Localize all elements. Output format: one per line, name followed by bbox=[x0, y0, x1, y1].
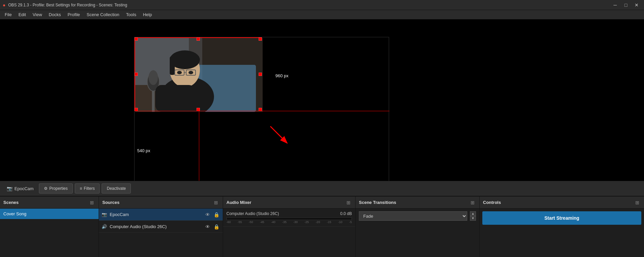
audio-channel-name: Computer Audio (Studio 26C) bbox=[226, 211, 279, 216]
sources-panel-title: Sources bbox=[102, 200, 119, 205]
audio-mixer-panel: Audio Mixer ⊞ Computer Audio (Studio 26C… bbox=[223, 197, 356, 257]
canvas-preview: 960 px 540 px bbox=[134, 37, 389, 181]
scenes-panel-title: Scenes bbox=[3, 200, 19, 205]
scene-transitions-title: Scene Transitions bbox=[359, 200, 396, 205]
menu-edit[interactable]: Edit bbox=[15, 11, 29, 18]
deactivate-button[interactable]: Deactivate bbox=[102, 183, 131, 194]
controls-header: Controls ⊞ bbox=[480, 197, 644, 209]
transition-increment-button[interactable]: ▲ bbox=[470, 211, 476, 216]
minimize-button[interactable]: ─ bbox=[610, 2, 620, 8]
scenes-panel-header: Scenes ⊞ bbox=[0, 197, 99, 209]
source-name-epoccam: EpocCam bbox=[110, 212, 201, 217]
menu-docks[interactable]: Docks bbox=[45, 11, 64, 18]
titlebar-left: ● OBS 29.1.3 - Profile: Best Settings fo… bbox=[3, 2, 127, 8]
svg-rect-8 bbox=[170, 56, 175, 75]
menu-profile[interactable]: Profile bbox=[64, 11, 83, 18]
controls-panel: Controls ⊞ Start Streaming bbox=[480, 197, 644, 257]
scenes-panel-collapse[interactable]: ⊞ bbox=[89, 199, 95, 206]
source-name-computer-audio: Computer Audio (Studio 26C) bbox=[110, 224, 201, 229]
audio-mixer-collapse[interactable]: ⊞ bbox=[345, 199, 352, 206]
scene-transitions-content: Fade Cut Swipe Slide Stinger Luma Wipe ▲… bbox=[356, 209, 479, 257]
vertical-guide bbox=[199, 111, 199, 181]
menu-help[interactable]: Help bbox=[140, 11, 155, 18]
handle-mr[interactable] bbox=[259, 73, 262, 76]
transition-dropdown[interactable]: Fade Cut Swipe Slide Stinger Luma Wipe bbox=[359, 211, 467, 221]
svg-point-16 bbox=[149, 70, 158, 85]
source-camera-icon: 📷 bbox=[7, 186, 12, 191]
audio-mixer-title: Audio Mixer bbox=[226, 200, 251, 205]
transition-select-row: Fade Cut Swipe Slide Stinger Luma Wipe ▲… bbox=[359, 211, 476, 221]
menu-tools[interactable]: Tools bbox=[123, 11, 140, 18]
source-audio-icon: 🔊 bbox=[102, 224, 107, 229]
titlebar-title: OBS 29.1.3 - Profile: Best Settings for … bbox=[8, 3, 127, 7]
horizontal-guide bbox=[135, 111, 389, 111]
preview-area: 960 px 540 px bbox=[0, 19, 644, 181]
width-dimension: 960 px bbox=[275, 73, 288, 78]
svg-rect-17 bbox=[155, 85, 196, 112]
scene-transitions-panel: Scene Transitions ⊞ Fade Cut Swipe Slide… bbox=[356, 197, 480, 257]
webcam-source[interactable] bbox=[135, 37, 262, 111]
resize-arrow bbox=[265, 121, 292, 148]
scenes-panel-content: Cover Song bbox=[0, 209, 99, 257]
sources-panel-collapse[interactable]: ⊞ bbox=[213, 199, 219, 206]
scenes-panel: Scenes ⊞ Cover Song + − ▲ ▼ bbox=[0, 197, 99, 257]
height-dimension: 540 px bbox=[137, 148, 150, 153]
titlebar-controls[interactable]: ─ □ ✕ bbox=[610, 2, 641, 8]
transition-decrement-button[interactable]: ▼ bbox=[470, 216, 476, 221]
source-label: 📷 EpocCam bbox=[3, 186, 37, 191]
source-lock-button[interactable]: 🔒 bbox=[213, 211, 220, 218]
scene-transitions-header: Scene Transitions ⊞ bbox=[356, 197, 479, 209]
source-actions-epoccam: 👁 🔒 bbox=[204, 211, 220, 218]
sources-panel: Sources ⊞ 📷 EpocCam 👁 🔒 🔊 Computer Audio… bbox=[99, 197, 223, 257]
filters-icon: ≡ bbox=[80, 186, 82, 191]
handle-tr[interactable] bbox=[259, 37, 262, 41]
audio-channel-studio26c: Computer Audio (Studio 26C) 0.0 dB -60 -… bbox=[223, 209, 355, 227]
audio-meter bbox=[226, 217, 352, 220]
handle-tc[interactable] bbox=[197, 37, 200, 41]
transition-spinner: ▲ ▼ bbox=[470, 211, 476, 221]
menu-scene-collection[interactable]: Scene Collection bbox=[83, 11, 123, 18]
properties-button[interactable]: ⚙ Properties bbox=[39, 183, 73, 194]
source-row-computer-audio[interactable]: 🔊 Computer Audio (Studio 26C) 👁 🔒 bbox=[99, 221, 223, 233]
menu-view[interactable]: View bbox=[29, 11, 45, 18]
handle-tl[interactable] bbox=[135, 37, 138, 41]
scene-item-cover-song[interactable]: Cover Song bbox=[0, 209, 99, 219]
audio-mixer-header: Audio Mixer ⊞ bbox=[223, 197, 355, 209]
audio-mixer-content: Computer Audio (Studio 26C) 0.0 dB -60 -… bbox=[223, 209, 355, 257]
svg-point-13 bbox=[189, 71, 193, 74]
menubar: File Edit View Docks Profile Scene Colle… bbox=[0, 10, 644, 19]
menu-file[interactable]: File bbox=[1, 11, 15, 18]
sources-panel-header: Sources ⊞ bbox=[99, 197, 223, 209]
controls-collapse[interactable]: ⊞ bbox=[634, 199, 641, 206]
source-lock-button-2[interactable]: 🔒 bbox=[213, 223, 220, 230]
audio-channel-header: Computer Audio (Studio 26C) 0.0 dB bbox=[226, 211, 352, 216]
titlebar: ● OBS 29.1.3 - Profile: Best Settings fo… bbox=[0, 0, 644, 10]
svg-point-12 bbox=[177, 71, 182, 74]
maximize-button[interactable]: □ bbox=[621, 2, 631, 8]
controls-content: Start Streaming bbox=[480, 209, 644, 257]
scene-transitions-collapse[interactable]: ⊞ bbox=[469, 199, 476, 206]
active-source-name: EpocCam bbox=[14, 186, 34, 191]
start-streaming-button[interactable]: Start Streaming bbox=[482, 211, 641, 225]
audio-db-value: 0.0 dB bbox=[340, 211, 352, 216]
close-button[interactable]: ✕ bbox=[632, 2, 641, 8]
source-row-epoccam[interactable]: 📷 EpocCam 👁 🔒 bbox=[99, 209, 223, 221]
handle-ml[interactable] bbox=[135, 73, 138, 76]
panels-row: Scenes ⊞ Cover Song + − ▲ ▼ Sources ⊞ 📷 … bbox=[0, 196, 644, 257]
svg-line-19 bbox=[270, 126, 287, 143]
bottom-toolbar: 📷 EpocCam ⚙ Properties ≡ Filters Deactiv… bbox=[0, 181, 644, 196]
filters-button[interactable]: ≡ Filters bbox=[75, 183, 100, 194]
source-visibility-button[interactable]: 👁 bbox=[204, 211, 211, 218]
app-icon: ● bbox=[3, 2, 5, 8]
source-camera-icon: 📷 bbox=[102, 212, 107, 217]
source-visibility-button-2[interactable]: 👁 bbox=[204, 223, 211, 230]
source-actions-computer-audio: 👁 🔒 bbox=[204, 223, 220, 230]
properties-gear-icon: ⚙ bbox=[44, 186, 48, 191]
meter-labels: -60 -55 -50 -45 -40 -35 -30 -25 -20 -15 … bbox=[226, 220, 352, 224]
controls-title: Controls bbox=[483, 200, 501, 205]
sources-panel-content: 📷 EpocCam 👁 🔒 🔊 Computer Audio (Studio 2… bbox=[99, 209, 223, 257]
